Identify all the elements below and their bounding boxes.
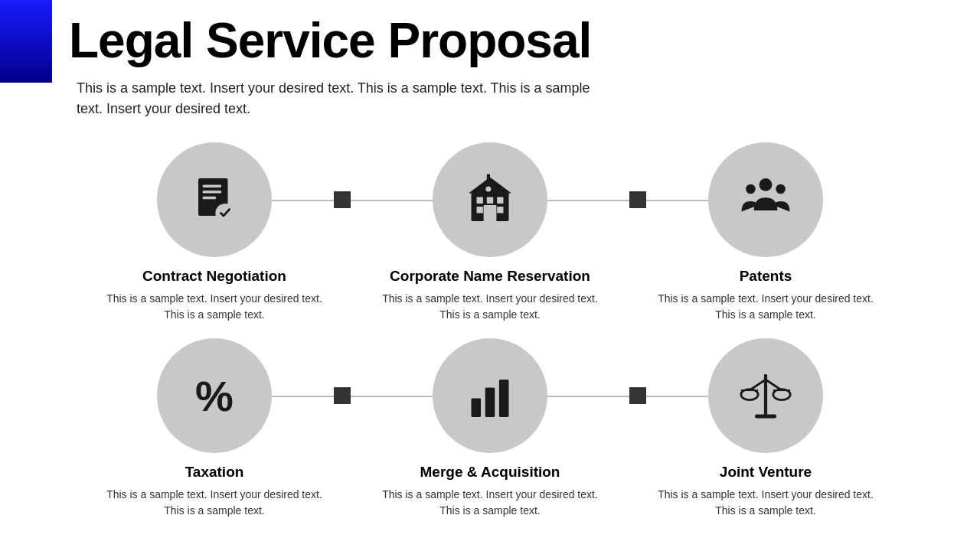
desc-taxation: This is a sample text. Insert your desir…: [103, 487, 325, 519]
connector-square-row2-right: [629, 387, 646, 404]
connector-square-row1-right: [629, 191, 646, 208]
title-patents: Patents: [740, 268, 792, 285]
svg-rect-19: [485, 388, 495, 418]
accent-bar: [0, 0, 52, 83]
icon-circle-joint-venture: [708, 338, 823, 453]
percent-icon: %: [195, 371, 234, 421]
row-2: % Taxation This is a sample text. Insert…: [46, 338, 934, 519]
title-merge-acquisition: Merge & Acquisition: [420, 464, 560, 481]
svg-rect-22: [755, 415, 776, 419]
icon-circle-corporate: [433, 142, 547, 257]
contract-icon: [188, 173, 241, 227]
svg-point-16: [746, 184, 756, 194]
desc-patents: This is a sample text. Insert your desir…: [655, 291, 877, 323]
svg-point-14: [485, 187, 491, 192]
icon-circle-patents: [708, 142, 823, 257]
content-area: Contract Negotiation This is a sample te…: [0, 119, 980, 519]
subtitle: This is a sample text. Insert your desir…: [77, 78, 597, 119]
item-taxation: % Taxation This is a sample text. Insert…: [77, 338, 352, 519]
item-joint-venture: Joint Venture This is a sample text. Ins…: [628, 338, 903, 519]
connector-square-row2-left: [334, 387, 351, 404]
svg-rect-11: [484, 205, 497, 221]
icon-circle-contract: [157, 142, 272, 257]
page-title: Legal Service Proposal: [69, 14, 919, 67]
icon-circle-merge: [433, 338, 547, 453]
desc-contract-negotiation: This is a sample text. Insert your desir…: [103, 291, 325, 323]
svg-point-15: [760, 178, 773, 191]
item-merge-acquisition: Merge & Acquisition This is a sample tex…: [352, 338, 628, 519]
title-joint-venture: Joint Venture: [720, 464, 812, 481]
row-1: Contract Negotiation This is a sample te…: [46, 142, 934, 323]
svg-rect-18: [472, 399, 482, 418]
icon-circle-taxation: %: [157, 338, 272, 453]
title-taxation: Taxation: [185, 464, 244, 481]
chart-icon: [463, 369, 517, 422]
svg-rect-2: [203, 191, 222, 194]
svg-rect-13: [487, 174, 490, 183]
item-corporate-name: Corporate Name Reservation This is a sam…: [352, 142, 628, 323]
svg-rect-8: [497, 197, 503, 204]
title-corporate-name: Corporate Name Reservation: [390, 268, 590, 285]
title-contract-negotiation: Contract Negotiation: [142, 268, 286, 285]
building-icon: [463, 173, 517, 227]
item-patents: Patents This is a sample text. Insert yo…: [628, 142, 903, 323]
people-icon: [739, 173, 792, 227]
svg-rect-9: [477, 207, 483, 213]
svg-point-17: [776, 184, 786, 194]
desc-merge-acquisition: This is a sample text. Insert your desir…: [379, 487, 601, 519]
header-section: Legal Service Proposal This is a sample …: [0, 0, 980, 119]
svg-rect-6: [477, 197, 483, 204]
svg-rect-1: [203, 185, 222, 188]
desc-corporate-name: This is a sample text. Insert your desir…: [379, 291, 601, 323]
svg-rect-20: [499, 380, 509, 417]
item-contract-negotiation: Contract Negotiation This is a sample te…: [77, 142, 352, 323]
svg-rect-7: [487, 197, 493, 204]
svg-rect-3: [203, 197, 217, 200]
desc-joint-venture: This is a sample text. Insert your desir…: [655, 487, 877, 519]
scale-icon: [739, 369, 792, 422]
connector-square-row1-left: [334, 191, 351, 208]
svg-rect-10: [497, 207, 503, 213]
